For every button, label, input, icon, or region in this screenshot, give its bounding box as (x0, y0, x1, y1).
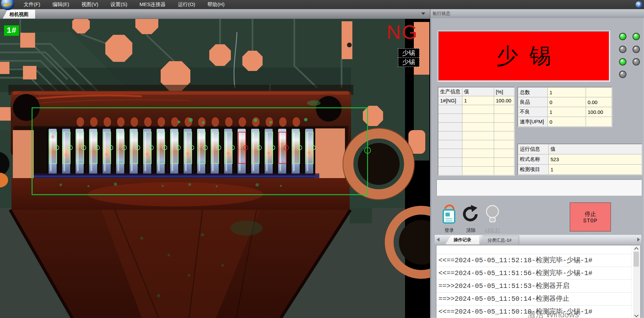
col-header: 生产信息 (438, 88, 462, 96)
tab-scroll-right-icon[interactable] (637, 238, 640, 242)
led-label: LED 灯 (483, 227, 502, 234)
menu-file[interactable]: 文件(F) (18, 0, 46, 9)
clear-label: 清除 (461, 227, 481, 234)
led-light-button[interactable]: LED 灯 (483, 203, 502, 232)
lightbulb-icon (483, 204, 502, 224)
id-badge-icon (439, 204, 459, 224)
scroll-down-button[interactable] (633, 313, 639, 318)
defect-label: 少锡 (398, 57, 420, 67)
menu-view[interactable]: 视图(V) (75, 0, 104, 9)
col-header: 运行信息 (518, 144, 549, 154)
log-tab-strip: 操作记录 分类汇总-1# (435, 235, 641, 244)
table-row: 不良 1 100.00 (518, 107, 612, 117)
menu-bar: 文件(F) 编辑(E) 视图(V) 设置(S) MES连接器 运行(O) 帮助(… (0, 0, 644, 9)
col-header: 值 (549, 144, 642, 154)
pcb-inspection-image (0, 19, 430, 318)
log-row: <<==2024-05-05_11:51:56-检测完毕-少锡-1# (436, 267, 632, 280)
stats-table: 总数 1 良品 0 0.00 不良 1 100.00 (517, 87, 612, 127)
inspection-result-text: NG (387, 21, 418, 43)
panel-title-bar: 运行状态 × (430, 9, 644, 17)
login-button[interactable]: 登录 (439, 203, 459, 232)
stop-label-cn: 停止 (585, 210, 596, 218)
status-banner-text: 少锡 (485, 45, 563, 67)
station-badge: 1# (4, 25, 19, 36)
table-row: 检测项目 1 (518, 165, 642, 175)
col-header: [%] (494, 88, 514, 96)
app-logo-icon (1, 0, 15, 10)
table-row: 1#[NG] 1 100.00 (438, 96, 514, 105)
log-row: ==>>2024-05-05_11:50:14-检测器停止 (436, 293, 632, 305)
log-row (436, 245, 632, 254)
led-indicator (619, 71, 626, 78)
help-icon[interactable]: ? (636, 1, 642, 8)
message-box (436, 179, 642, 196)
log-row: <<==2024-05-05_11:52:18-检测完毕-少锡-1# (436, 254, 632, 267)
table-row: 速率[UPM] 0 (518, 117, 612, 127)
close-icon[interactable]: × (433, 10, 642, 16)
table-row: 总数 1 (518, 88, 612, 97)
clear-button[interactable]: 清除 (461, 203, 481, 232)
defect-label: 少锡 (398, 48, 420, 58)
refresh-icon (461, 204, 481, 224)
log-row: <<==2024-05-05_11:50:10-检测完毕-少锡-1# (436, 305, 632, 318)
vertical-scroll-thumb[interactable] (634, 252, 639, 267)
connector-body (8, 85, 353, 180)
chevron-down-icon[interactable] (421, 13, 425, 15)
menu-run[interactable]: 运行(O) (172, 0, 202, 9)
led-indicator (633, 33, 640, 40)
login-label: 登录 (439, 227, 459, 234)
stop-label-en: STOP (583, 218, 597, 224)
menu-settings[interactable]: 设置(S) (104, 0, 133, 9)
menu-help[interactable]: 帮助(H) (201, 0, 231, 9)
menu-mes-connector[interactable]: MES连接器 (133, 0, 172, 9)
led-indicator (633, 46, 640, 53)
led-indicator (619, 58, 626, 66)
camera-view: 1# NG 少锡 少锡 (0, 19, 430, 318)
vertical-scrollbar[interactable] (633, 246, 639, 318)
scroll-up-button[interactable] (633, 246, 639, 252)
production-table: 生产信息 值 [%] 1#[NG] 1 100.00 (438, 87, 515, 176)
stop-button[interactable]: 停止 STOP (570, 202, 611, 231)
tab-classification-summary[interactable]: 分类汇总-1# (480, 236, 519, 244)
tab-camera-view[interactable]: 相机视图 (3, 10, 35, 19)
app-window: 文件(F) 编辑(E) 视图(V) 设置(S) MES连接器 运行(O) 帮助(… (0, 0, 644, 318)
log-row: ==>>2024-05-05_11:51:53-检测器开启 (436, 280, 632, 293)
status-banner: 少锡 (438, 31, 610, 81)
run-info-table: 运行信息 值 程式名称 523 检测项目 1 (517, 144, 642, 175)
operation-log: <<==2024-05-05_11:52:18-检测完毕-少锡-1# <<==2… (436, 245, 640, 318)
tab-operation-log[interactable]: 操作记录 (446, 236, 479, 244)
table-row: 良品 0 0.00 (518, 97, 612, 107)
camera-tab-bar: 相机视图 (0, 9, 430, 19)
col-header: 值 (462, 88, 494, 96)
table-row: 程式名称 523 (518, 154, 642, 165)
led-indicator (619, 46, 626, 53)
tab-scroll-left-icon[interactable] (437, 238, 439, 242)
led-indicator (619, 33, 626, 40)
panel-content: 少锡 生产信息 值 [%] 1#[NG] (431, 18, 644, 318)
run-status-panel: 运行状态 × 少锡 生产信息 值 [%] (430, 9, 644, 318)
menu-edit[interactable]: 编辑(E) (46, 0, 75, 9)
led-indicator (633, 58, 640, 66)
